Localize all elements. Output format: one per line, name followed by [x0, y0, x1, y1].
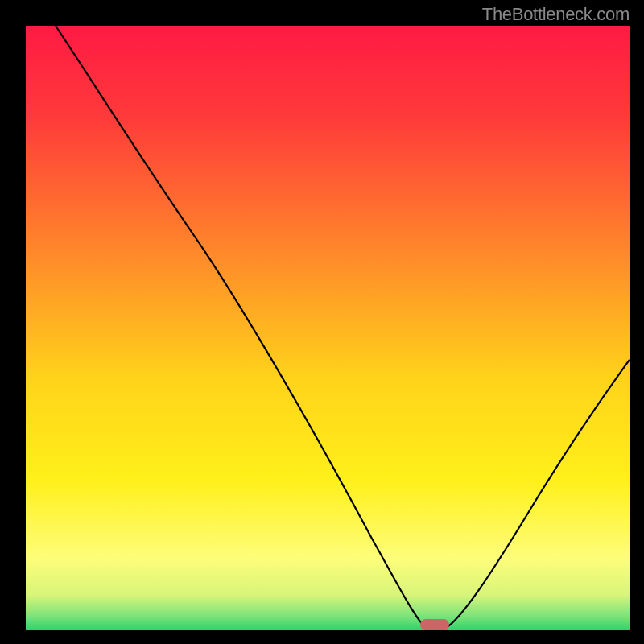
watermark-text: TheBottleneck.com [482, 4, 630, 25]
optimal-marker [420, 619, 449, 630]
plot-area [26, 26, 630, 631]
background-gradient [26, 26, 630, 631]
chart-frame: TheBottleneck.com [0, 0, 644, 644]
svg-rect-0 [26, 26, 630, 631]
